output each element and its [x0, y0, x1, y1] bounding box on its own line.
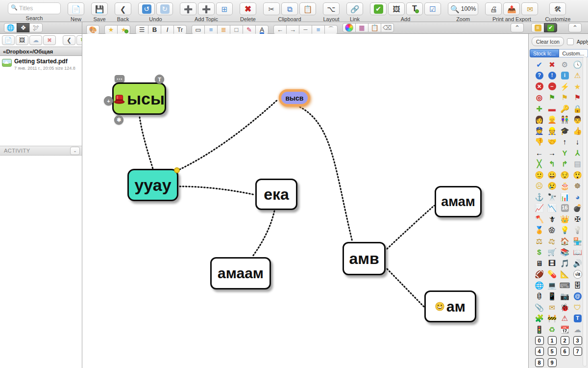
node-am[interactable]: ам: [424, 290, 476, 322]
redo-button[interactable]: ↻: [156, 2, 173, 15]
stock-icon-cell[interactable]: 🕓: [571, 59, 584, 70]
stock-icon-cell[interactable]: ?: [533, 70, 546, 81]
stock-icon-cell[interactable]: −: [546, 81, 559, 92]
stock-icon-cell[interactable]: ✕: [533, 81, 546, 92]
text-handle[interactable]: T: [155, 75, 164, 84]
stock-icon-cell[interactable]: 🧩: [533, 313, 546, 324]
stock-icon-cell[interactable]: 🔑: [559, 103, 571, 114]
stock-icon-cell[interactable]: 🏪: [571, 236, 584, 247]
curve-button[interactable]: ⌒: [324, 25, 338, 34]
stock-icon-cell[interactable]: 🎞: [546, 258, 559, 269]
stock-icon-cell[interactable]: 👱: [546, 114, 559, 126]
stock-icon-cell[interactable]: ▬: [546, 103, 559, 114]
stock-icon-cell[interactable]: ♻: [546, 324, 559, 335]
stock-icon-cell[interactable]: ☁: [571, 324, 584, 335]
palette-button[interactable]: 🎨: [86, 25, 99, 34]
panel-scrollbar[interactable]: [583, 56, 587, 367]
stock-icon-cell[interactable]: 🛡: [571, 302, 584, 313]
stock-icon-cell[interactable]: 🙂: [533, 169, 546, 181]
stock-icon-cell[interactable]: 🛢: [533, 291, 546, 302]
stock-icon-cell[interactable]: 🏈: [533, 269, 546, 280]
stock-icon-cell[interactable]: 📐: [559, 269, 571, 280]
stock-icon-cell[interactable]: ▤: [571, 158, 584, 170]
stock-icon-cell[interactable]: 16: [559, 203, 571, 214]
stock-icon-cell[interactable]: @: [571, 291, 584, 302]
stock-icon-cell[interactable]: ⚠: [559, 313, 571, 324]
stock-icon-cell[interactable]: ⚖: [546, 236, 559, 247]
stock-icon-cell[interactable]: 🌐: [533, 280, 546, 291]
node-amam[interactable]: амам: [435, 186, 482, 217]
export-button[interactable]: 📤: [503, 2, 520, 15]
customize-button[interactable]: 🛠: [549, 2, 566, 15]
stock-icon-cell[interactable]: 5: [546, 346, 559, 357]
stock-icon-cell[interactable]: 👎: [533, 136, 546, 148]
stock-icon-cell[interactable]: 💊: [546, 269, 559, 280]
stock-icon-cell[interactable]: T: [571, 313, 584, 324]
stock-icon-cell[interactable]: 📉: [546, 203, 559, 214]
add-subtopic-button[interactable]: ➕: [198, 2, 215, 15]
stock-icon-cell[interactable]: 🔭: [546, 191, 559, 203]
stock-icon-cell[interactable]: 📎: [533, 302, 546, 313]
stock-icon-cell[interactable]: $: [533, 247, 546, 258]
stock-icon-cell[interactable]: ⚓: [533, 191, 546, 203]
arrow-left-button[interactable]: ←: [273, 25, 287, 34]
add-callout-button[interactable]: ☑: [424, 2, 441, 15]
stock-icon-cell[interactable]: ⚠: [571, 70, 584, 81]
stock-icon-cell[interactable]: 📷: [559, 291, 571, 302]
link-button[interactable]: 🔗: [346, 2, 363, 15]
pen-button[interactable]: ✎: [243, 25, 256, 34]
add-task-button[interactable]: ✔: [370, 2, 387, 15]
stock-icon-cell[interactable]: 📖: [571, 247, 584, 258]
activity-dropdown-button[interactable]: ⌄: [70, 147, 80, 155]
stock-icon-cell[interactable]: ⚑: [559, 92, 571, 104]
stock-icon-cell[interactable]: ✚: [533, 103, 546, 114]
print-button[interactable]: 🖨: [485, 2, 502, 15]
shape-button[interactable]: ▭: [192, 25, 205, 34]
stock-icon-cell[interactable]: 📆: [559, 324, 571, 335]
dash-style-button[interactable]: ┄: [299, 25, 312, 34]
bird-sync-button[interactable]: 🕊: [29, 23, 43, 32]
stock-icon-cell[interactable]: 💣: [571, 203, 584, 214]
stock-icon-cell[interactable]: ◕: [571, 191, 584, 203]
delete-button[interactable]: ✖: [240, 2, 256, 15]
stock-icon-cell[interactable]: ✠: [571, 213, 584, 225]
layout-button[interactable]: ⌥: [323, 2, 340, 15]
stock-icon-cell[interactable]: ⚡: [559, 81, 571, 92]
notes-panel-button[interactable]: ≡: [531, 23, 544, 32]
stock-icon-cell[interactable]: ✔: [533, 59, 546, 70]
line-weight-button[interactable]: ≡: [312, 25, 325, 34]
stock-icon-cell[interactable]: 😲: [571, 169, 584, 181]
fill-button[interactable]: ≡: [204, 25, 218, 34]
stripe-button[interactable]: ≣: [217, 25, 230, 34]
font-color-button[interactable]: A: [255, 25, 269, 34]
stock-icon-cell[interactable]: 🏠: [559, 236, 571, 247]
file-list-item[interactable]: Getting Started.pdf 7 янв. 2011 г., 20:0…: [0, 56, 82, 73]
favorite-button[interactable]: ★: [104, 25, 118, 34]
stock-icon-cell[interactable]: 🎵: [559, 258, 571, 269]
stock-icon-cell[interactable]: Y: [559, 147, 571, 158]
stock-icon-cell[interactable]: 9: [546, 357, 559, 368]
stock-icon-cell[interactable]: 🗡: [546, 213, 559, 225]
align-button[interactable]: ☰: [135, 25, 148, 34]
tab-stock-icons[interactable]: Stock Ic...: [530, 49, 559, 57]
stock-icon-cell[interactable]: 📈: [533, 203, 546, 214]
stock-icon-cell[interactable]: ↓: [571, 136, 584, 148]
cloud-button[interactable]: ☁: [29, 35, 42, 45]
stock-icon-cell[interactable]: 🗄: [571, 280, 584, 291]
web-service-button[interactable]: 🌐: [4, 23, 17, 32]
stock-icon-cell[interactable]: 8: [533, 357, 546, 368]
selected-node[interactable]: ууау: [127, 169, 178, 201]
add-boundary-button[interactable]: ⊞: [216, 2, 233, 15]
undo-button[interactable]: ↺: [138, 2, 155, 15]
text-style-button[interactable]: Tr: [173, 25, 187, 34]
stock-icon-cell[interactable]: 📱: [546, 291, 559, 302]
color-grid-button[interactable]: ▦: [355, 23, 368, 32]
eraser-button[interactable]: ⌫: [381, 23, 394, 32]
stock-icon-cell[interactable]: ╳: [533, 158, 546, 170]
stock-icon-cell[interactable]: 💡: [571, 225, 584, 236]
stock-icon-cell[interactable]: ↑: [559, 136, 571, 148]
bold-button[interactable]: B: [148, 25, 161, 34]
stock-icon-cell[interactable]: ↱: [559, 158, 571, 170]
stock-icon-cell[interactable]: ✉: [546, 302, 559, 313]
stock-icon-cell[interactable]: !: [546, 70, 559, 81]
